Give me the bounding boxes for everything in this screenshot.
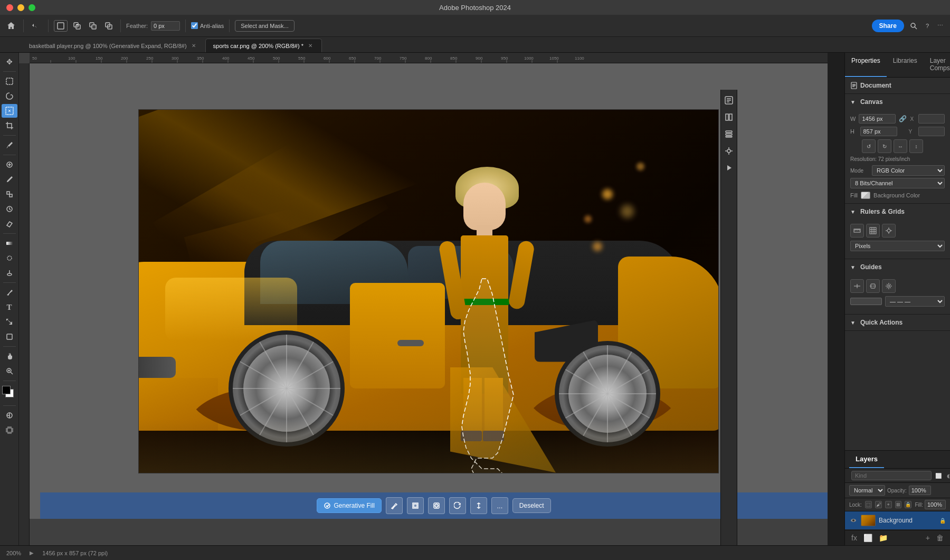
tab-sports-car-close[interactable]: ✕ xyxy=(307,42,314,49)
guide-style-select[interactable]: — — — ——— · · · xyxy=(885,296,945,307)
layers-search-input[interactable] xyxy=(851,471,932,480)
artboard-button[interactable] xyxy=(2,423,17,437)
tab-sports-car[interactable]: sports car.png @ 200% (RGB/8#) * ✕ xyxy=(205,39,322,52)
document-header[interactable]: Document xyxy=(845,78,950,93)
play-button[interactable] xyxy=(721,160,736,175)
canvas-y-input[interactable] xyxy=(918,127,945,136)
more-button[interactable]: ⋯ xyxy=(935,21,946,31)
color-swatches[interactable] xyxy=(2,386,17,401)
canvas-area[interactable]: 50 100 150 200 250 300 350 400 450 500 xyxy=(19,53,828,545)
libraries-panel-button[interactable] xyxy=(721,110,736,125)
hand-tool-button[interactable] xyxy=(2,349,17,363)
undo-button[interactable] xyxy=(29,20,43,32)
lasso-tool-button[interactable] xyxy=(2,89,17,103)
dodge-tool-button[interactable] xyxy=(2,266,17,280)
more-options-button[interactable]: ... xyxy=(491,497,508,514)
eyedropper-tool-button[interactable] xyxy=(2,138,17,152)
canvas-width-input[interactable] xyxy=(859,114,896,124)
canvas-header[interactable]: ▼ Canvas xyxy=(845,94,950,110)
mode-select[interactable]: RGB Color CMYK Color Grayscale xyxy=(872,165,945,176)
ruler-units-select[interactable]: Pixels Inches Centimeters Points xyxy=(850,241,945,251)
layer-visibility-toggle[interactable] xyxy=(849,516,858,525)
guides-settings-button[interactable] xyxy=(882,279,896,293)
move-tool-button[interactable]: ✥ xyxy=(2,55,17,69)
tab-properties[interactable]: Properties xyxy=(845,53,887,77)
fill-input[interactable] xyxy=(925,500,946,509)
marquee-tool-button[interactable] xyxy=(2,74,17,88)
flip-button[interactable] xyxy=(470,497,487,514)
rulers-grids-header[interactable]: ▼ Rulers & Grids xyxy=(845,204,950,220)
zoom-tool-button[interactable] xyxy=(2,364,17,378)
crop-tool-button[interactable] xyxy=(2,119,17,132)
lock-all-button[interactable]: 🔒 xyxy=(905,501,911,508)
properties-panel-button[interactable] xyxy=(721,93,736,108)
gradient-tool-button[interactable] xyxy=(2,236,17,250)
lock-position-button[interactable]: + xyxy=(885,501,892,508)
add-fill-adjustment-button[interactable]: fx xyxy=(849,533,859,543)
canvas-height-input[interactable] xyxy=(860,127,897,136)
canvas-x-input[interactable] xyxy=(918,114,945,124)
path-select-tool-button[interactable] xyxy=(2,315,17,329)
snap-icon-button[interactable] xyxy=(882,224,896,238)
layers-tab[interactable]: Layers xyxy=(849,451,884,468)
filter-pixel-button[interactable]: ⬜ xyxy=(934,472,943,479)
maximize-button[interactable] xyxy=(28,4,35,11)
generative-fill-button[interactable]: Generative Fill xyxy=(317,498,381,513)
shape-tool-button[interactable] xyxy=(2,330,17,344)
grid-icon-button[interactable] xyxy=(866,224,880,238)
bits-select[interactable]: 8 Bits/Channel 16 Bits/Channel 32 Bits/C… xyxy=(850,178,945,188)
lock-image-button[interactable]: 🖌 xyxy=(875,501,882,508)
add-selection-button[interactable] xyxy=(71,21,83,31)
search-button[interactable] xyxy=(907,21,920,31)
layer-item-background[interactable]: Background 🔒 xyxy=(845,511,950,530)
quick-mask-button[interactable] xyxy=(2,409,17,422)
object-select-tool-button[interactable] xyxy=(2,104,17,118)
anti-alias-wrap[interactable]: Anti-alias xyxy=(191,22,224,29)
new-selection-button[interactable] xyxy=(54,20,68,32)
rotate-ccw-button[interactable]: ↺ xyxy=(862,139,876,153)
pen-tool-button[interactable] xyxy=(2,286,17,299)
ruler-icon-button[interactable] xyxy=(850,224,864,238)
quick-actions-header[interactable]: ▼ Quick Actions xyxy=(845,315,950,330)
home-button[interactable] xyxy=(4,20,18,32)
intersect-selection-button[interactable] xyxy=(102,21,115,31)
lock-artboard-button[interactable]: ⊞ xyxy=(895,501,902,508)
adjustments-panel-button[interactable] xyxy=(721,144,736,158)
guides-header[interactable]: ▼ Guides xyxy=(845,259,950,275)
rotate-cw-button[interactable]: ↻ xyxy=(878,139,891,153)
blend-mode-select[interactable]: Normal Multiply Screen Overlay xyxy=(849,485,885,496)
zoom-fit-button[interactable]: ▶ xyxy=(30,550,34,556)
create-group-button[interactable]: 📁 xyxy=(877,533,890,543)
delete-layer-button[interactable]: 🗑 xyxy=(934,533,946,543)
add-mask-button[interactable]: ⬜ xyxy=(861,533,875,543)
link-wh-icon[interactable]: 🔗 xyxy=(899,115,907,122)
tab-libraries[interactable]: Libraries xyxy=(887,53,924,77)
create-new-layer-button[interactable]: + xyxy=(924,533,932,543)
minimize-button[interactable] xyxy=(17,4,24,11)
flip-v-button[interactable]: ↕ xyxy=(909,139,923,153)
healing-tool-button[interactable] xyxy=(2,158,17,172)
select-mask-button[interactable]: Select and Mask... xyxy=(235,20,294,32)
history-tool-button[interactable] xyxy=(2,202,17,216)
help-button[interactable]: ? xyxy=(923,21,932,31)
lock-transparent-button[interactable]: ⬚ xyxy=(865,501,872,508)
feather-input[interactable] xyxy=(151,21,180,31)
stroke-tool-button[interactable] xyxy=(386,497,403,514)
text-tool-button[interactable]: T xyxy=(2,300,17,314)
brush-tool-button[interactable] xyxy=(2,173,17,186)
transform-button[interactable] xyxy=(407,497,424,514)
anti-alias-checkbox[interactable] xyxy=(191,22,198,29)
clone-tool-button[interactable] xyxy=(2,187,17,201)
foreground-color-swatch[interactable] xyxy=(2,386,11,394)
fill-swatch[interactable] xyxy=(861,192,870,199)
flip-h-button[interactable]: ↔ xyxy=(894,139,907,153)
rotate-button[interactable] xyxy=(449,497,466,514)
filter-adj-button[interactable]: ◐ xyxy=(945,472,950,479)
opacity-input[interactable] xyxy=(909,486,931,495)
mask-button[interactable] xyxy=(428,497,445,514)
blur-tool-button[interactable] xyxy=(2,251,17,265)
layer-comps-panel-button[interactable] xyxy=(721,127,736,141)
tab-basketball[interactable]: basketball player.png @ 100% (Generative… xyxy=(21,39,205,52)
deselect-button[interactable]: Deselect xyxy=(512,498,551,513)
share-button[interactable]: Share xyxy=(872,20,904,32)
